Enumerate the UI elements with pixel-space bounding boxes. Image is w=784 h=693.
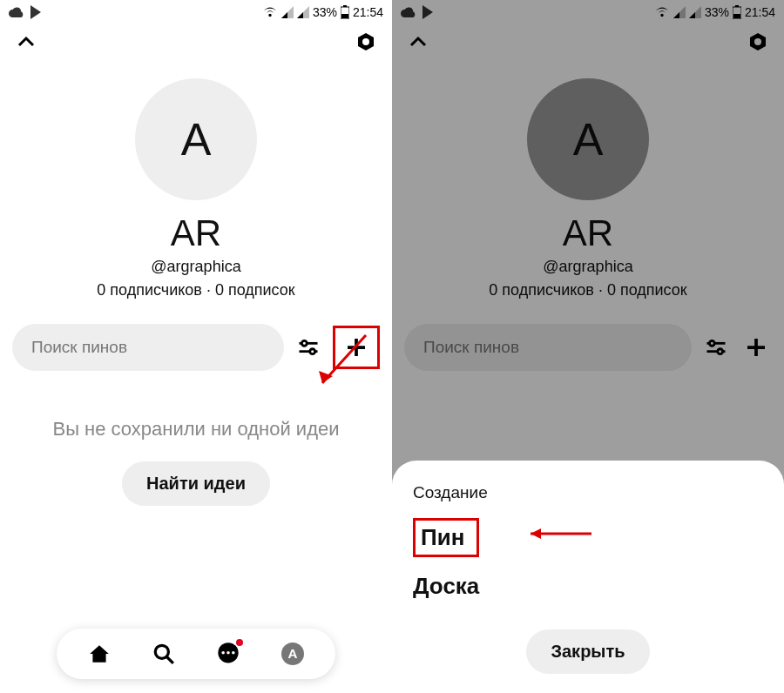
chevron-up-icon — [16, 31, 37, 52]
sheet-title: Создание — [413, 483, 763, 502]
profile-handle: @argraphica — [0, 258, 392, 276]
create-pin-option[interactable]: Пин — [413, 518, 479, 557]
play-store-icon — [30, 5, 42, 19]
create-sheet: Создание Пин Доска Закрыть — [392, 461, 784, 693]
search-icon — [152, 643, 175, 665]
profile-stats: 0 подписчиков · 0 подписок — [0, 281, 392, 299]
empty-state-message: Вы не сохранили ни одной идеи — [0, 418, 392, 441]
avatar-letter: A — [181, 113, 212, 165]
signal-icon — [281, 6, 294, 18]
find-ideas-button[interactable]: Найти идеи — [122, 461, 270, 506]
clock: 21:54 — [353, 5, 383, 19]
avatar-icon: A — [281, 643, 304, 665]
bottom-nav: A — [57, 629, 335, 679]
svg-rect-2 — [341, 14, 348, 18]
battery-icon — [341, 5, 349, 19]
svg-rect-1 — [343, 5, 347, 7]
wifi-icon — [262, 6, 278, 18]
hexagon-icon — [355, 31, 376, 52]
create-board-option[interactable]: Доска — [413, 566, 479, 607]
svg-text:A: A — [288, 646, 298, 661]
annotation-arrow — [314, 331, 375, 400]
sheet-close-button[interactable]: Закрыть — [526, 629, 649, 674]
collapse-button[interactable] — [16, 31, 37, 52]
svg-point-13 — [226, 651, 230, 655]
profile-name: AR — [0, 212, 392, 254]
battery-pct: 33% — [313, 5, 337, 19]
home-icon — [88, 643, 111, 665]
svg-line-10 — [166, 656, 173, 663]
annotation-arrow — [517, 523, 596, 544]
nav-search[interactable] — [151, 641, 177, 667]
svg-point-12 — [221, 651, 224, 655]
svg-point-6 — [301, 340, 307, 346]
nav-messages[interactable] — [215, 641, 241, 667]
svg-point-9 — [155, 645, 168, 658]
svg-point-3 — [362, 38, 369, 45]
nav-home[interactable] — [86, 641, 112, 667]
settings-button[interactable] — [355, 31, 376, 52]
signal-icon-2 — [297, 6, 309, 18]
nav-profile[interactable]: A — [280, 641, 306, 667]
avatar[interactable]: A — [135, 78, 257, 200]
cloud-icon — [9, 6, 24, 18]
search-input[interactable]: Поиск пинов — [12, 324, 284, 371]
status-bar: 33% 21:54 — [0, 0, 392, 24]
svg-point-14 — [232, 651, 235, 655]
notification-dot — [236, 639, 243, 646]
